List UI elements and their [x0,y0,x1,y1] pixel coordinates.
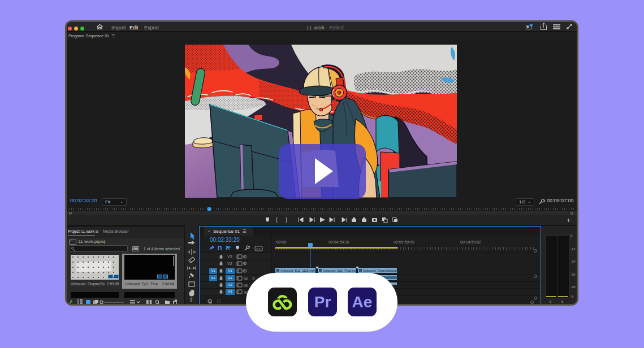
svg-text:}: } [286,217,287,223]
svg-text:CC: CC [256,247,261,251]
svg-text:M: M [244,277,248,281]
svg-text:T: T [189,297,193,303]
svg-text:{: { [276,217,278,223]
svg-text:V2: V2 [227,262,232,266]
svg-text:M: M [244,284,248,288]
svg-text:V3: V3 [227,255,232,259]
svg-text:S: S [252,277,255,281]
